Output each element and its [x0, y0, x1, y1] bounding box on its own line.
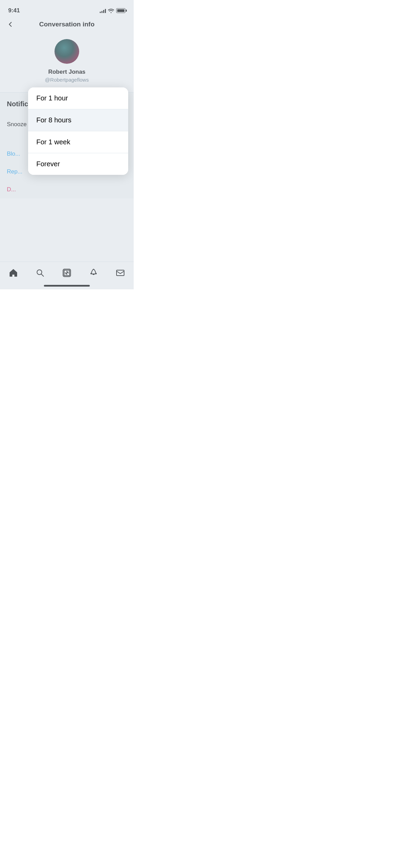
- dropdown-overlay[interactable]: For 1 hourFor 8 hoursFor 1 weekForever: [0, 0, 134, 289]
- snooze-option-1h[interactable]: For 1 hour: [28, 87, 128, 109]
- snooze-option-8h[interactable]: For 8 hours: [28, 109, 128, 131]
- snooze-option-forever[interactable]: Forever: [28, 153, 128, 175]
- snooze-dropdown: For 1 hourFor 8 hoursFor 1 weekForever: [28, 87, 128, 175]
- snooze-option-1w[interactable]: For 1 week: [28, 131, 128, 153]
